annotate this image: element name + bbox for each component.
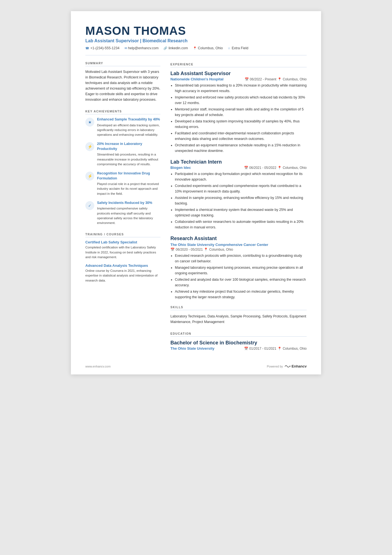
star-icon: ★ [85,118,94,127]
achievement-desc: Implemented comprehensive safety protoco… [97,206,160,225]
bullet-item: Assisted in sample processing, enhancing… [175,195,307,206]
edu-location: Columbus, Ohio [283,347,307,351]
skills-label: SKILLS [170,305,307,310]
bullet-item: Orchestrated an equipment maintenance sc… [175,142,307,154]
calendar-icon: 📅 [170,248,175,251]
achievements-label: KEY ACHIEVEMENTS [85,110,160,114]
bullet-item: Implemented and enforced new safety prot… [175,95,307,106]
bullet-item: Executed research protocols with precisi… [175,253,307,264]
bullet-item: Collaborated with senior researchers to … [175,219,307,230]
achievement-content: Recognition for Innovative Drug Formulat… [97,171,160,196]
job-bullets: Streamlined lab processes leading to a 2… [175,83,307,154]
job-bullets: Participated in a complex drug formulati… [175,171,307,230]
achievement-item: ⚡ 20% Increase in Laboratory Productivit… [85,142,160,167]
phone-icon: ☎ [85,46,89,50]
bullet-item: Managed laboratory equipment tuning proc… [175,265,307,276]
edu-org-row: The Ohio State University 📅 01/2017 - 01… [170,346,307,351]
summary-label: SUMMARY [85,61,160,66]
linkedin-value: linkedin.com [168,46,188,50]
training-title: Certified Lab Safety Specialist [85,240,160,244]
location-icon: 📍 [193,46,197,50]
footer-url: www.enhancv.com [85,365,111,368]
candidate-title: Lab Assistant Supervisor | Biomedical Re… [85,38,307,43]
job-date: 06/2021 - 05/2022 [249,166,276,170]
location-value: Columbus, Ohio [198,46,223,50]
phone-contact: ☎ +1-(234)-555-1234 [85,46,120,50]
job-date-loc: 📅 06/2020 - 05/2021 📍 Columbus, Ohio [170,248,307,251]
achievement-content: 20% Increase in Laboratory Productivity … [97,142,160,167]
skills-text: Laboratory Techniques, Data Analysis, Sa… [170,314,307,325]
bolt-icon: ⚡ [85,172,94,181]
achievement-desc: Streamlined lab procedures, resulting in… [97,152,160,167]
experience-label: EXPERIENCE [170,63,307,67]
pin-icon: 📍 [277,166,282,170]
achievement-item: ✓ Safety Incidents Reduced by 30% Implem… [85,201,160,226]
achievement-item: ★ Enhanced Sample Traceability by 40% De… [85,117,160,137]
bullet-item: Collected and analyzed data for over 100… [175,277,307,288]
left-column: SUMMARY Motivated Lab Assistant Supervis… [85,61,160,358]
check-icon: ✓ [85,201,94,210]
bolt-icon: ⚡ [85,142,94,151]
achievement-title: 20% Increase in Laboratory Productivity [97,142,160,151]
resume-page: MASON THOMAS Lab Assistant Supervisor | … [71,11,321,374]
experience-item: Research Assistant The Ohio State Univer… [170,236,307,300]
training-desc: Online course by Coursera in 2021, enhan… [85,268,160,283]
education-item: Bachelor of Science in Biochemistry The … [170,340,307,351]
extra-field-contact: ☆ Extra Field [228,46,248,50]
achievement-content: Safety Incidents Reduced by 30% Implemen… [97,201,160,226]
experience-item: Lab Technician Intern Biogen Idec 📅 06/2… [170,159,307,230]
achievement-desc: Developed an efficient data tracking sys… [97,123,160,137]
job-date-loc: 📅 06/2022 - Present 📍 Columbus, Ohio [245,77,307,81]
pin-icon: 📍 [277,77,282,81]
right-column: EXPERIENCE Lab Assistant Supervisor Nati… [170,61,307,358]
calendar-icon: 📅 [245,77,249,81]
phone-value: +1-(234)-555-1234 [90,46,120,50]
bullet-item: Achieved a key milestone project that fo… [175,289,307,300]
bullet-item: Conducted experiments and compiled compr… [175,183,307,194]
linkedin-contact: 🔗 linkedin.com [163,46,188,50]
org-date-row: Biogen Idec 📅 06/2021 - 05/2022 📍 Columb… [170,166,307,170]
job-org: The Ohio State University Comprehensive … [170,243,268,247]
bullet-item: Facilitated and coordinated inter-depart… [175,130,307,142]
job-bullets: Executed research protocols with precisi… [175,253,307,300]
email-icon: ✉ [125,46,127,50]
training-label: TRAINING / COURSES [85,233,160,237]
job-title: Research Assistant [170,236,307,241]
training-section: TRAINING / COURSES Certified Lab Safety … [85,233,160,283]
bullet-item: Streamlined lab processes leading to a 2… [175,83,307,94]
education-label: EDUCATION [170,332,307,337]
pin-icon: 📍 [204,248,208,251]
edu-org: The Ohio State University [170,346,214,351]
linkedin-icon: 🔗 [163,46,167,50]
contact-bar: ☎ +1-(234)-555-1234 ✉ help@enhancv.com 🔗… [85,46,307,55]
footer-powered: Powered by Enhancv [267,364,307,368]
degree-title: Bachelor of Science in Biochemistry [170,340,307,346]
enhancv-logo: Enhancv [285,364,307,368]
job-location: Columbus, Ohio [283,77,307,81]
email-value: help@enhancv.com [128,46,159,50]
achievement-title: Safety Incidents Reduced by 30% [97,201,160,206]
summary-text: Motivated Lab Assistant Supervisor with … [85,69,160,102]
pin-icon: 📍 [277,347,282,351]
extra-icon: ☆ [228,46,230,50]
bullet-item: Developed a data tracking system improvi… [175,119,307,130]
org-date-row: Nationwide Children's Hospital 📅 06/2022… [170,77,307,81]
powered-by-text: Powered by [267,365,283,368]
achievement-title: Enhanced Sample Traceability by 40% [97,117,160,122]
summary-section: SUMMARY Motivated Lab Assistant Supervis… [85,61,160,102]
calendar-icon: 📅 [244,166,248,170]
calendar-icon: 📅 [244,347,248,351]
edu-date: 01/2017 - 01/2021 [249,347,276,351]
achievement-content: Enhanced Sample Traceability by 40% Deve… [97,117,160,137]
job-location: Columbus, Ohio [283,166,307,170]
job-title: Lab Assistant Supervisor [170,71,307,77]
experience-item: Lab Assistant Supervisor Nationwide Chil… [170,71,307,154]
job-title: Lab Technician Intern [170,159,307,165]
achievement-desc: Played crucial role in a project that re… [97,182,160,196]
candidate-name: MASON THOMAS [85,24,307,37]
training-item: Certified Lab Safety Specialist Complete… [85,240,160,260]
main-layout: SUMMARY Motivated Lab Assistant Supervis… [85,61,307,358]
page-footer: www.enhancv.com Powered by Enhancv [85,364,307,368]
bullet-item: Mentored junior staff, increasing overal… [175,107,307,118]
training-title: Advanced Data Analysis Techniques [85,263,160,268]
